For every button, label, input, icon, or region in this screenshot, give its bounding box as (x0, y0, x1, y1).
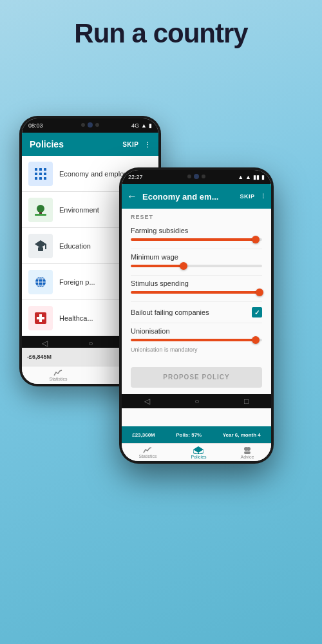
svg-rect-14 (45, 244, 46, 249)
policy-label-education: Education (59, 242, 91, 250)
nav-policies-label-front: Policies (191, 455, 206, 459)
policy-row-union: Unionisation Unionisation is mandatory (131, 323, 262, 361)
camera-dot-front (187, 175, 191, 178)
policy-icon-environment (28, 198, 53, 222)
skip-button-front[interactable]: SKIP (240, 193, 254, 200)
nav-advice-front[interactable]: Advice (240, 446, 254, 459)
bailout-label: Bailout failing companies (131, 308, 209, 316)
back-button-front[interactable]: ← (127, 191, 137, 202)
camera-lens-back (88, 122, 93, 128)
network-icon-front: ▲ (238, 174, 243, 180)
phone-front: 22:27 ▲ ▲ ▮▮ ▮ ← Economy and em... S (119, 167, 274, 464)
svg-rect-6 (35, 177, 37, 180)
polls-front: Polls: 57% (176, 432, 202, 438)
nav-advice-label-front: Advice (240, 455, 254, 459)
policy-label-environment: Environment (59, 206, 99, 214)
android-nav-front: ◁ ○ □ (122, 394, 271, 408)
bailout-checkbox[interactable]: ✓ (252, 307, 262, 317)
android-home-front[interactable]: ○ (194, 397, 199, 406)
network-icon-back: 4G (131, 122, 139, 129)
policy-icon-healthcare (28, 306, 53, 330)
farming-label: Farming subsidies (131, 227, 262, 234)
camera-lens-front (194, 174, 199, 179)
policy-icon-education (28, 234, 53, 258)
stimulus-slider-thumb[interactable] (256, 289, 263, 296)
signal-icon-back: ▲ (141, 122, 147, 129)
svg-rect-2 (44, 168, 46, 171)
svg-rect-1 (39, 168, 42, 171)
wage-label: Minimum wage (131, 253, 262, 261)
nav-stats-label-front: Statistics (138, 454, 156, 459)
app-bar-title-front: Economy and em... (142, 192, 234, 202)
status-icons-front: ▲ ▲ ▮▮ ▮ (238, 174, 265, 180)
svg-rect-4 (39, 173, 42, 175)
policy-icon-economy (28, 162, 53, 186)
svg-rect-7 (39, 177, 42, 180)
svg-rect-29 (244, 451, 251, 454)
stimulus-slider-fill (131, 291, 260, 294)
farming-slider-fill (131, 238, 256, 241)
svg-marker-12 (35, 240, 46, 248)
camera-dot2-back (95, 123, 99, 127)
propose-policy-button[interactable]: PROPOSE POLICY (131, 367, 262, 388)
status-icons-back: 4G ▲ ▮ (131, 122, 152, 129)
app-bar-title-back: Policies (30, 139, 64, 149)
menu-icon-back[interactable]: ⋮ (144, 141, 151, 148)
camera-dot2-front (202, 175, 205, 178)
policy-row-wage: Minimum wage (131, 249, 262, 276)
wage-slider[interactable] (131, 265, 262, 267)
union-note: Unionisation is mandatory (131, 344, 262, 355)
nav-statistics-back[interactable]: Statistics (49, 370, 67, 381)
policy-icon-foreign (28, 270, 53, 294)
svg-rect-11 (35, 214, 46, 216)
android-home-back[interactable]: ○ (88, 339, 93, 348)
union-slider-fill (131, 339, 256, 341)
svg-rect-0 (35, 168, 37, 171)
farming-slider[interactable] (131, 238, 262, 241)
phones-area: 08:03 4G ▲ ▮ Policies SKIP ⋮ (0, 90, 322, 644)
stimulus-slider[interactable] (131, 291, 262, 294)
svg-rect-22 (37, 317, 44, 319)
nav-policies-front[interactable]: Policies (191, 446, 206, 459)
stimulus-label: Stimulus spending (131, 279, 262, 287)
nav-statistics-front[interactable]: Statistics (138, 447, 156, 459)
union-slider[interactable] (131, 339, 262, 341)
camera-area-front (187, 174, 205, 179)
camera-area-back (81, 122, 99, 128)
policy-detail-content: RESET Farming subsidies Minimum wage (122, 209, 271, 388)
phone-front-screen: 22:27 ▲ ▲ ▮▮ ▮ ← Economy and em... S (122, 170, 271, 461)
app-bar-actions-back: SKIP ⋮ (122, 141, 151, 148)
hero-title: Run a country (0, 0, 322, 49)
app-bar-actions-front: SKIP ⋮ (240, 193, 266, 200)
android-back-front[interactable]: ◁ (144, 397, 150, 406)
reset-label[interactable]: RESET (131, 209, 262, 223)
app-bar-back: Policies SKIP ⋮ (22, 133, 158, 156)
svg-rect-5 (44, 173, 46, 175)
policy-row-bailout[interactable]: Bailout failing companies ✓ (131, 302, 262, 323)
battery-icon-back: ▮ (149, 122, 152, 129)
svg-point-28 (247, 447, 251, 451)
union-slider-thumb[interactable] (252, 336, 260, 344)
amount-back: -£6,845M (27, 354, 52, 360)
policy-row-stimulus: Stimulus spending (131, 276, 262, 302)
wifi-icon-front: ▲ (245, 174, 251, 180)
wage-slider-fill (131, 265, 184, 267)
amount-front: £23,360M (132, 432, 155, 438)
union-label: Unionisation (131, 327, 262, 335)
svg-rect-13 (38, 247, 43, 251)
policy-label-foreign: Foreign p... (59, 278, 95, 286)
year-front: Year 6, month 4 (223, 432, 261, 438)
wage-slider-thumb[interactable] (180, 262, 187, 270)
policy-label-healthcare: Healthca... (59, 314, 93, 322)
svg-rect-8 (44, 177, 46, 180)
skip-button-back[interactable]: SKIP (122, 141, 138, 148)
signal-icon-front: ▮▮ (253, 174, 260, 180)
svg-rect-3 (35, 173, 37, 175)
android-recents-front[interactable]: □ (244, 397, 249, 406)
menu-icon-front[interactable]: ⋮ (260, 193, 267, 200)
android-back-back[interactable]: ◁ (42, 339, 48, 348)
bottom-nav-front: Statistics Policies Ad (122, 443, 271, 461)
time-front: 22:27 (128, 174, 143, 180)
app-bar-front: ← Economy and em... SKIP ⋮ (122, 184, 271, 209)
farming-slider-thumb[interactable] (252, 236, 260, 243)
